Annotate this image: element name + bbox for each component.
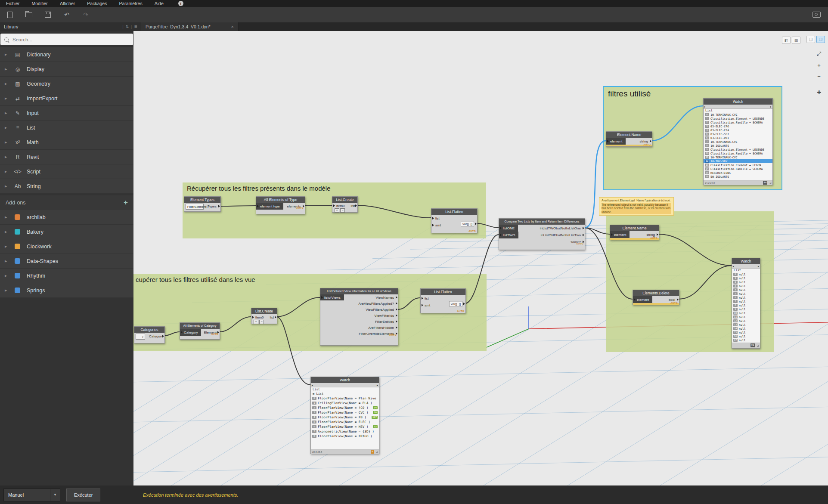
sidebar-item-display[interactable]: ▶◎Display — [0, 62, 133, 77]
search-input[interactable] — [12, 37, 129, 43]
node-element-name-1[interactable]: Element.Name element string AUTO — [606, 131, 652, 147]
output-port[interactable]: var[]..[] — [461, 221, 474, 227]
wire[interactable] — [679, 266, 732, 299]
output-port[interactable]: inListTWObutNotInListOne — [537, 225, 585, 232]
node-header[interactable]: All Elements of Type — [256, 197, 305, 203]
watch-list[interactable]: List0null1null2null3null4null5null6null7… — [732, 268, 760, 343]
wire[interactable] — [276, 317, 310, 385]
run-mode-dropdown[interactable]: Manuel ▼ — [3, 489, 60, 501]
add-input-button[interactable]: + — [335, 208, 339, 213]
export-workspace-button[interactable]: ◧ — [782, 37, 791, 44]
info-icon[interactable]: i — [178, 1, 183, 6]
node-list-detailed-view-info[interactable]: List Detailed View Information for a Lis… — [320, 288, 398, 346]
output-port[interactable]: AreFiltersHidden — [366, 325, 398, 331]
menu-fichier[interactable]: Fichier — [6, 1, 20, 6]
export-image-button[interactable] — [812, 10, 821, 19]
node-header[interactable]: Watch — [311, 377, 379, 383]
node-list-flatten-1[interactable]: List.Flatten list amt var[]..[] AUTO — [431, 208, 478, 233]
output-port[interactable]: ViewNames — [373, 294, 398, 300]
sidebar-item-clockwork[interactable]: ▶Clockwork — [0, 239, 133, 254]
node-elements-delete[interactable]: Elements.Delete element bool AUTO — [633, 290, 679, 305]
resize-handle[interactable]: ◢ — [757, 344, 759, 347]
output-port[interactable]: ViewFilterIds — [372, 312, 398, 318]
menu-modifier[interactable]: Modifier — [32, 1, 48, 6]
file-tab[interactable]: PurgeFiltre_Dyn1.3.4_V0.1.dyn* × — [141, 22, 239, 31]
sidebar-item-rhythm[interactable]: ▶Rhythm — [0, 269, 133, 283]
output-port-icon[interactable]: ▸ — [770, 105, 772, 108]
node-all-elements-of-category[interactable]: All Elements of Category Category Elemen… — [180, 322, 220, 340]
wire[interactable] — [276, 297, 320, 317]
redo-button[interactable]: ↷ — [81, 10, 90, 19]
output-port[interactable]: FilterEntities — [372, 318, 398, 325]
input-port[interactable]: listTWO — [499, 232, 518, 238]
input-port[interactable]: listONE — [499, 225, 518, 232]
output-port[interactable]: inListONEbutNotInListTwo — [538, 232, 585, 238]
resize-handle[interactable]: ◢ — [769, 181, 771, 184]
watch-list[interactable]: List010-TERMINAUX-CVC1Classification.Ele… — [704, 108, 772, 180]
save-button[interactable] — [43, 10, 53, 19]
wire[interactable] — [357, 205, 431, 218]
wire[interactable] — [220, 206, 256, 206]
sidebar-item-dictionary[interactable]: ▶▤Dictionary — [0, 47, 133, 62]
filter-element-dropdown[interactable]: FilterElement ▾ — [186, 204, 204, 210]
node-element-name-2[interactable]: Element.Name element string AUTO — [610, 225, 659, 240]
node-header[interactable]: Compare Two Lists by Item and Return Ite… — [499, 219, 585, 225]
node-header[interactable]: Watch — [732, 258, 760, 264]
sidebar-item-math[interactable]: ▶x²Math — [0, 135, 133, 150]
filter-icon[interactable]: ⇅ — [126, 25, 129, 29]
library-search[interactable] — [0, 34, 133, 45]
wire[interactable] — [658, 234, 732, 266]
menu-aide[interactable]: Aide — [155, 1, 164, 6]
wire[interactable] — [397, 298, 420, 309]
geometry-view-button[interactable]: ❐ — [816, 36, 825, 43]
node-header[interactable]: Element.Name — [610, 225, 659, 231]
sidebar-item-archilab[interactable]: ▶archilab — [0, 210, 133, 225]
sidebar-item-input[interactable]: ▶✎Input — [0, 106, 133, 121]
sidebar-item-data-shapes[interactable]: ▶Data-Shapes — [0, 254, 133, 269]
node-header[interactable]: Watch — [704, 99, 772, 105]
node-list-create-2[interactable]: List.Create item0 list +− — [251, 308, 277, 324]
node-header[interactable]: Categories — [134, 327, 164, 333]
node-compare-two-lists[interactable]: Compare Two Lists by Item and Return Ite… — [499, 218, 585, 250]
node-header[interactable]: List Detailed View Information for a Lis… — [320, 288, 398, 294]
new-file-button[interactable] — [5, 10, 15, 19]
add-package-icon[interactable]: + — [124, 198, 128, 207]
node-list-create-1[interactable]: List.Create item0 list +− — [332, 196, 358, 213]
node-header[interactable]: All Elements of Category — [180, 323, 220, 329]
layout-icon[interactable]: ≣ — [134, 25, 137, 29]
fit-view-button[interactable]: ⤢ — [815, 50, 823, 58]
wire-selected[interactable] — [651, 106, 703, 141]
sidebar-item-geometry[interactable]: ▶▧Geometry — [0, 77, 133, 91]
input-port-icon[interactable]: ▸ — [733, 265, 734, 268]
node-watch-filters[interactable]: Watch ▸▸ List010-TERMINAUX-CVC1Classific… — [703, 98, 773, 185]
output-port-icon[interactable]: ▸ — [758, 265, 759, 268]
sidebar-item-script[interactable]: ▶</>Script — [0, 164, 133, 179]
input-port[interactable]: element type — [256, 203, 283, 210]
zoom-out-button[interactable]: − — [815, 72, 823, 80]
watch-list[interactable]: List⊞ List0FloorPlanView(Name = Plan Niv… — [311, 387, 379, 449]
node-element-types[interactable]: Element Types FilterElement ▾ Types — [184, 196, 221, 212]
input-port-icon[interactable]: ▸ — [312, 383, 313, 387]
add-input-button[interactable]: + — [254, 320, 258, 324]
node-header[interactable]: List.Flatten — [431, 209, 477, 215]
sidebar-item-revit[interactable]: ▶RRevit — [0, 150, 133, 164]
input-port[interactable]: Category — [180, 329, 201, 336]
input-port[interactable]: element — [606, 138, 626, 145]
workspace-canvas[interactable]: Récupérer tous les filtres présents dans… — [133, 31, 828, 485]
node-categories[interactable]: Categories ▾ Category — [134, 326, 165, 343]
workspace-settings-button[interactable]: ▦ — [792, 37, 800, 44]
node-watch-null[interactable]: Watch ▸▸ List0null1null2null3null4null5n… — [732, 258, 760, 349]
sidebar-item-string[interactable]: ▶AbString — [0, 179, 133, 194]
wire[interactable] — [465, 235, 499, 303]
node-header[interactable]: List.Create — [332, 197, 357, 203]
output-port[interactable]: AreViewFiltersApplied? — [356, 300, 398, 306]
run-button[interactable]: Exécuter — [66, 489, 100, 501]
resize-handle[interactable]: ◢ — [375, 450, 378, 453]
sidebar-item-springs[interactable]: ▶Springs — [0, 283, 133, 298]
node-header[interactable]: Elements.Delete — [633, 290, 679, 296]
node-watch-views[interactable]: Watch ▸▸ List⊞ List0FloorPlanView(Name =… — [310, 377, 379, 454]
node-header[interactable]: List.Flatten — [421, 289, 465, 295]
node-list-flatten-2[interactable]: List.Flatten list amt var[]..[] AUTO — [420, 288, 466, 313]
input-port[interactable]: element — [610, 231, 630, 238]
wire[interactable] — [477, 223, 499, 228]
